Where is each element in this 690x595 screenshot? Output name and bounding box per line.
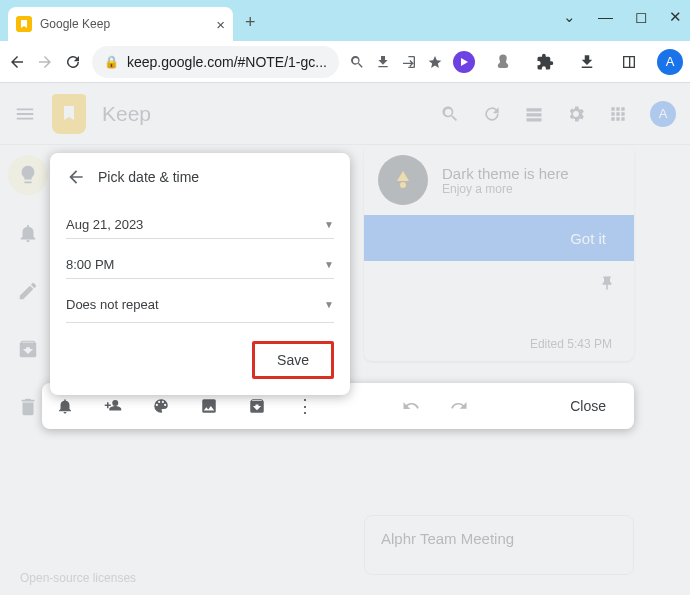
install-icon[interactable] (375, 48, 391, 76)
licenses-link[interactable]: Open-source licenses (20, 571, 136, 585)
keep-logo (52, 94, 86, 134)
repeat-field[interactable]: Does not repeat ▼ (66, 289, 334, 318)
more-icon[interactable]: ⋮ (296, 395, 314, 417)
browser-tab[interactable]: Google Keep × (8, 7, 233, 41)
window-dropdown-icon[interactable]: ⌄ (563, 8, 576, 26)
add-image-icon[interactable] (200, 397, 218, 415)
menu-icon[interactable] (14, 103, 36, 125)
close-window-icon[interactable]: ✕ (669, 8, 682, 26)
date-field[interactable]: Aug 21, 2023 ▼ (66, 209, 334, 239)
undo-icon[interactable] (402, 397, 420, 415)
share-icon[interactable] (401, 48, 417, 76)
save-button[interactable]: Save (252, 341, 334, 379)
extensions-icon[interactable] (531, 48, 559, 76)
app-header: Keep A (0, 83, 690, 145)
back-arrow-icon[interactable] (66, 167, 86, 187)
list-view-icon[interactable] (524, 104, 544, 124)
pick-date-time-modal: Pick date & time Aug 21, 2023 ▼ 8:00 PM … (50, 153, 350, 395)
new-tab-button[interactable]: + (245, 12, 256, 33)
repeat-value: Does not repeat (66, 297, 159, 312)
modal-title: Pick date & time (98, 169, 199, 185)
dropdown-arrow-icon: ▼ (324, 299, 334, 310)
background-options-icon[interactable] (152, 397, 170, 415)
media-play-icon[interactable] (453, 51, 475, 73)
lock-icon: 🔒 (104, 55, 119, 69)
maximize-icon[interactable]: ◻ (635, 8, 647, 26)
promo-subtitle: Enjoy a more (442, 182, 569, 196)
search-icon[interactable] (440, 104, 460, 124)
url-text: keep.google.com/#NOTE/1-gc... (127, 54, 327, 70)
tab-favicon (16, 16, 32, 32)
app-title: Keep (102, 102, 151, 126)
window-controls: ⌄ — ◻ ✕ (563, 8, 682, 26)
date-value: Aug 21, 2023 (66, 217, 143, 232)
promo-title: Dark theme is here (442, 165, 569, 182)
extension-icon-1[interactable] (489, 48, 517, 76)
promo-got-it-button[interactable]: Got it (570, 230, 606, 247)
apps-icon[interactable] (608, 104, 628, 124)
pin-icon[interactable] (598, 275, 616, 293)
nav-notes[interactable] (8, 155, 48, 195)
minimize-icon[interactable]: — (598, 8, 613, 26)
forward-button[interactable] (36, 48, 54, 76)
note-card[interactable]: Alphr Team Meeting (364, 515, 634, 575)
bookmark-icon[interactable] (427, 48, 443, 76)
browser-tab-strip: Google Keep × + ⌄ — ◻ ✕ (0, 0, 690, 41)
note-title: Alphr Team Meeting (381, 530, 617, 547)
collaborator-icon[interactable] (104, 397, 122, 415)
reload-button[interactable] (64, 48, 82, 76)
browser-toolbar: 🔒 keep.google.com/#NOTE/1-gc... A ⋮ (0, 41, 690, 83)
redo-icon[interactable] (450, 397, 468, 415)
svg-point-0 (400, 182, 406, 188)
time-field[interactable]: 8:00 PM ▼ (66, 249, 334, 279)
refresh-icon[interactable] (482, 104, 502, 124)
settings-icon[interactable] (566, 104, 586, 124)
time-value: 8:00 PM (66, 257, 114, 272)
sidepanel-icon[interactable] (615, 48, 643, 76)
downloads-icon[interactable] (573, 48, 601, 76)
nav-reminders[interactable] (8, 213, 48, 253)
profile-avatar[interactable]: A (657, 49, 683, 75)
promo-image (378, 155, 428, 205)
dropdown-arrow-icon: ▼ (324, 219, 334, 230)
nav-edit-labels[interactable] (8, 271, 48, 311)
tab-title: Google Keep (40, 17, 216, 31)
archive-icon[interactable] (248, 397, 266, 415)
url-search-icon[interactable] (349, 48, 365, 76)
remind-me-icon[interactable] (56, 397, 74, 415)
back-button[interactable] (8, 48, 26, 76)
edited-timestamp: Edited 5:43 PM (530, 337, 612, 351)
url-bar[interactable]: 🔒 keep.google.com/#NOTE/1-gc... (92, 46, 339, 78)
nav-archive[interactable] (8, 329, 48, 369)
promo-card: Dark theme is here Enjoy a more Got it E… (364, 145, 634, 361)
tab-close-icon[interactable]: × (216, 16, 225, 33)
account-avatar[interactable]: A (650, 101, 676, 127)
dropdown-arrow-icon: ▼ (324, 259, 334, 270)
close-button[interactable]: Close (556, 392, 620, 420)
